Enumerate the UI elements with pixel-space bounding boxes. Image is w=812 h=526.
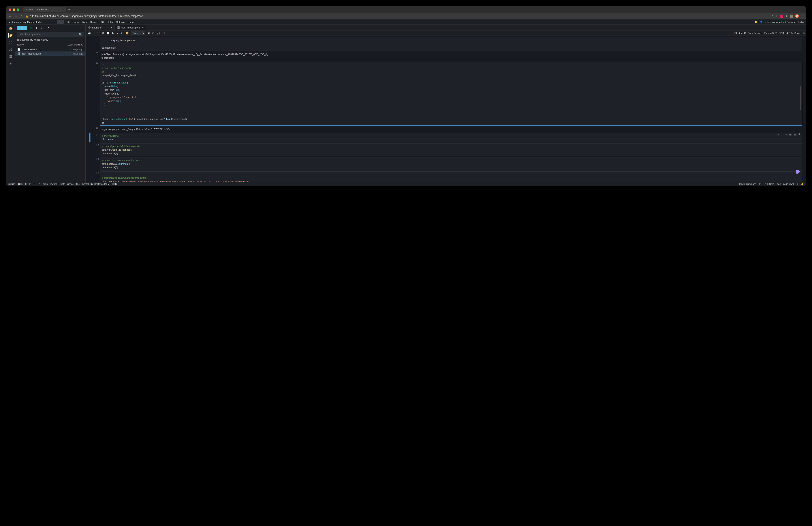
file-item[interactable]: 📓train_model.ipynb7 days ago [15, 52, 85, 56]
minimize-window[interactable] [13, 9, 15, 11]
mem-toggle[interactable] [112, 183, 117, 185]
notebook-cell[interactable]: [7]:[s3.ObjectSummary(bucket_name='mstof… [89, 52, 802, 61]
user-label[interactable]: mlops-user-profile / Personal Studio [765, 21, 803, 24]
menu-edit[interactable]: Edit [64, 20, 72, 24]
cell-type-select[interactable]: Code [131, 31, 145, 35]
copy-icon[interactable]: ⧉ [102, 32, 104, 34]
share-icon[interactable]: ⇪ [771, 15, 773, 18]
menu-help[interactable]: Help [127, 20, 135, 24]
chat-bubble-icon[interactable] [796, 170, 800, 173]
filter-input[interactable] [18, 33, 78, 36]
menu-tabs[interactable]: Tabs [106, 20, 114, 24]
close-tab-icon[interactable]: ✕ [110, 26, 112, 29]
restart-icon[interactable]: ⟳ [120, 32, 124, 34]
back-icon[interactable]: ← [9, 15, 12, 18]
new-launcher-button[interactable]: + [17, 26, 27, 30]
maximize-window[interactable] [17, 9, 19, 11]
save-icon[interactable]: 💾 [87, 32, 91, 34]
menu-kernel[interactable]: Kernel [89, 20, 99, 24]
notebook-cell[interactable]: [ ]:# convert parquet datatset to pandas… [89, 143, 802, 157]
menu-file[interactable]: File [57, 20, 64, 24]
forward-icon[interactable]: → [14, 15, 18, 18]
simple-toggle[interactable] [18, 183, 23, 185]
notebook-cell[interactable]: parquet_files.append(obj) parquet_files [89, 38, 802, 51]
resources[interactable]: 2 vCPU + 4 GiB [775, 32, 793, 34]
extensions-icon[interactable]: ✦ [785, 15, 788, 18]
notebook-cell[interactable]: [ ]:#remove time column from the source … [89, 157, 802, 170]
tab-overflow-icon[interactable]: ⌄ [801, 8, 803, 11]
notebook-cell[interactable]: [8]:## # only use the 1. parquet file ##… [89, 61, 802, 126]
duplicate-icon[interactable]: ⧉ [779, 133, 780, 136]
menu-git[interactable]: Git [99, 20, 106, 24]
kernel-py[interactable]: Python 3 [764, 32, 773, 34]
delete-icon[interactable]: 🗑 [798, 133, 800, 136]
url-field[interactable]: 🔒 d-ft0zmuolnnd4.studio.eu-central-1.sag… [26, 15, 769, 18]
cut-icon[interactable]: ✂ [97, 32, 100, 34]
file-item[interactable]: 📄onnx_model.tar.gz11 days ago [15, 47, 85, 52]
cell-input[interactable]: ## # only use the 1. parquet file ## par… [100, 61, 802, 126]
git-clone-icon[interactable]: ⎇ [45, 27, 50, 30]
kernel-status[interactable]: Python 3 (Data Science) | Idle [50, 183, 79, 185]
bell-icon[interactable]: 🔔 [754, 20, 757, 24]
running-icon[interactable]: ◯ [9, 40, 13, 45]
git-branch[interactable]: main [43, 183, 48, 185]
git-icon[interactable]: ⎇ [9, 47, 13, 52]
browser-menu-icon[interactable]: ⋮ [801, 15, 803, 18]
paste-icon[interactable]: 📋 [106, 32, 110, 34]
kernels-count[interactable]: 0 [34, 183, 35, 185]
move-down-icon[interactable]: ↓ [786, 133, 787, 136]
home-icon[interactable]: 🏠 [9, 26, 13, 30]
bookmark-icon[interactable]: ☆ [775, 15, 778, 18]
kernel-lang[interactable]: Data Science [748, 32, 762, 34]
terminals-count[interactable]: 0 [25, 183, 27, 185]
notebook-cell[interactable]: [ ]: # drop unused column and rename col… [89, 171, 802, 182]
cluster-gear-icon[interactable]: ⚙ [744, 32, 746, 34]
doc-tab[interactable]: ➕Launcher✕ [86, 25, 115, 30]
settings-gear-icon[interactable]: ⚙ [802, 32, 805, 35]
upload-icon[interactable]: ⬆ [34, 27, 39, 30]
insert-below-icon[interactable]: ⬓ [794, 133, 796, 136]
extensions-panel-icon[interactable]: ✦ [9, 61, 13, 66]
new-folder-icon[interactable]: 🗀 [29, 27, 33, 30]
share-label[interactable]: Share [794, 32, 801, 34]
close-window[interactable] [9, 9, 11, 11]
git-nb-icon[interactable]: git [157, 32, 160, 34]
file-browser-icon[interactable]: 📁 [8, 33, 13, 38]
refresh-icon[interactable]: ⟳ [40, 27, 44, 30]
cell-input[interactable]: parquet_files.append(obj) parquet_files [100, 38, 802, 51]
toc-icon[interactable]: ☰ [9, 54, 13, 59]
notification-icon[interactable]: 🔔 [801, 183, 803, 185]
move-up-icon[interactable]: ↑ [782, 133, 784, 136]
close-tab-icon[interactable]: ✕ [62, 8, 64, 11]
profile-avatar[interactable]: C [795, 14, 799, 18]
scrollbar-thumb[interactable] [800, 86, 801, 110]
insert-above-icon[interactable]: ⬒ [789, 133, 792, 136]
add-cell-icon[interactable]: + [93, 32, 95, 34]
doc-tab[interactable]: 📓train_model.ipynb [115, 25, 146, 30]
cell-input[interactable]: # show schema pf.schema [100, 133, 802, 142]
cell-input[interactable]: #remove time column from the source data… [100, 157, 802, 170]
search-icon[interactable]: 🔍 [78, 33, 82, 36]
extension-square-icon[interactable] [790, 15, 793, 18]
extension-pink-icon[interactable] [780, 15, 783, 18]
fast-forward-icon[interactable]: ⏩ [125, 32, 129, 34]
trusted-icon[interactable]: 🛡 [759, 183, 761, 185]
clock-icon[interactable]: ◷ [152, 32, 155, 34]
browser-tab[interactable]: ♃ aws - JupyterLab ✕ [23, 7, 66, 12]
cell-input[interactable]: # convert parquet datatset to pandas dat… [100, 143, 802, 157]
run-icon[interactable]: ▶ [112, 32, 115, 34]
menu-settings[interactable]: Settings [115, 20, 127, 24]
diff-icon[interactable]: ⬚ [162, 32, 165, 34]
terminal-icon[interactable]: ▣ [147, 32, 150, 34]
reload-icon[interactable]: ⟳ [20, 15, 24, 18]
cell-input[interactable]: # drop unused column and rename colum da… [100, 171, 802, 182]
new-tab-icon[interactable]: + [68, 8, 70, 11]
cluster-label[interactable]: Cluster [734, 32, 742, 34]
menu-run[interactable]: Run [81, 20, 88, 24]
stop-icon[interactable]: ■ [116, 32, 119, 34]
notebook-cell[interactable]: [ ]:# show schema pf.schema [89, 133, 802, 142]
file-filter[interactable]: 🔍 [17, 32, 84, 37]
notebook-body[interactable]: parquet_files.append(obj) parquet_files[… [86, 36, 806, 182]
breadcrumb[interactable]: 🗀 / cumulocity-mlops / aws / [15, 37, 85, 42]
menu-view[interactable]: View [72, 20, 81, 24]
